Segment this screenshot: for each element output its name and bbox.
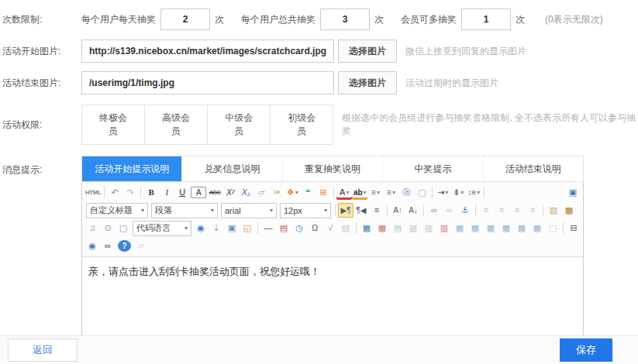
member-level-button-2[interactable]: 中级会员 [207, 105, 271, 145]
insert-date-icon[interactable]: ▤ [276, 221, 291, 235]
split-cols-icon[interactable]: ▦ [529, 221, 545, 235]
italic-icon[interactable]: I [159, 185, 174, 200]
bold-icon[interactable]: B [143, 185, 159, 200]
pagebreak-icon[interactable]: ⇣ [209, 221, 224, 235]
font-family-select[interactable]: arial▾ [221, 203, 277, 218]
choose-end-image-button[interactable]: 选择图片 [338, 71, 397, 94]
fullscreen-icon[interactable]: ▣ [565, 185, 581, 200]
attachment-icon[interactable]: ⊙ [100, 221, 116, 235]
insert-image-icon[interactable]: ▧ [546, 203, 561, 218]
permission-hint: 根据选中的会员组进行参与抽奖资格限制, 全不选表示所有人可以参与抽奖 [342, 112, 638, 138]
horizontal-rule-icon[interactable]: — [260, 221, 276, 235]
bordered-text-icon[interactable]: A [191, 187, 206, 198]
message-panel: 活动开始提示说明兑奖信息说明重复抽奖说明中奖提示活动结束说明 HTML↶↷BIU… [81, 156, 584, 350]
preview-icon[interactable]: ◉ [84, 239, 100, 253]
limit-field-unit: 次 [516, 13, 525, 26]
split-rows-icon[interactable]: ▦ [514, 221, 529, 235]
remove-format-icon[interactable]: ▱ [253, 185, 269, 200]
underline-icon[interactable]: U [174, 185, 190, 200]
total-draw-count-input[interactable] [320, 9, 370, 30]
back-button[interactable]: 返回 [8, 338, 78, 362]
toolbar-separator [104, 187, 105, 198]
end-image-hint: 活动过期时的显示图片 [405, 77, 498, 90]
split-cells-icon[interactable]: ▦ [498, 221, 514, 235]
font-color-icon[interactable]: A▾ [336, 185, 352, 200]
daily-draw-count-input[interactable] [160, 9, 210, 30]
print-icon[interactable]: ⊟ [566, 221, 581, 235]
image-manager-icon[interactable]: ▩ [561, 203, 577, 218]
message-tab-2[interactable]: 重复抽奖说明 [282, 156, 382, 181]
snapshot-icon[interactable]: ◱ [240, 221, 255, 235]
toolbar-separator [356, 222, 357, 234]
highlight-color-icon[interactable]: ab▾ [352, 185, 367, 200]
html-source-icon[interactable]: HTML [84, 185, 102, 200]
permission-row: 活动权限: 终极会员高级会员中级会员初级会员 根据选中的会员组进行参与抽奖资格限… [0, 105, 638, 145]
font-size-select[interactable]: 12px▾ [280, 203, 331, 218]
lowercase-icon[interactable]: A↓ [405, 203, 421, 218]
insert-code-icon[interactable]: ▢ [116, 221, 131, 235]
undo-icon[interactable]: ↶ [107, 185, 122, 200]
enter-break-icon[interactable]: ¶◀ [353, 203, 369, 218]
message-tab-3[interactable]: 中奖提示 [382, 156, 482, 181]
unlink-icon: ∞ [442, 203, 457, 218]
link-icon[interactable]: ∞ [426, 203, 442, 218]
limit-field-label: 每个用户总共抽奖 [241, 13, 316, 26]
delete-col-icon: ▥ [436, 221, 452, 235]
custom-title-select[interactable]: 自定义标题▾ [86, 203, 148, 218]
formula-icon[interactable]: √ [322, 221, 338, 235]
line-height-icon[interactable]: ↕≡▾ [466, 185, 481, 200]
emotion-icon[interactable]: ☺ [577, 203, 581, 218]
superscript-icon[interactable]: X² [222, 185, 238, 200]
unordered-list-icon[interactable]: ≡▾ [383, 185, 398, 200]
limits-label: 次数限制: [0, 13, 81, 26]
merge-right-icon[interactable]: ▦ [467, 221, 483, 235]
special-char-icon[interactable]: Ω [307, 221, 322, 235]
help-icon[interactable]: ? [118, 240, 131, 252]
toolbar-separator [484, 187, 485, 198]
insert-time-icon[interactable]: ◷ [291, 221, 307, 235]
end-image-row: 活动结束图片: 选择图片 活动过期时的显示图片 [0, 71, 638, 94]
paragraph-select[interactable]: 段落▾ [151, 203, 218, 218]
strikethrough-icon[interactable]: ABC [207, 185, 222, 200]
paste-table-icon[interactable]: ⊞ [316, 185, 331, 200]
toolbar-separator [257, 222, 258, 234]
member-level-button-1[interactable]: 高级会员 [144, 105, 208, 145]
word-wrap-icon[interactable]: ≡ [369, 203, 385, 218]
end-image-input[interactable] [81, 71, 334, 94]
merge-down-icon[interactable]: ▦ [483, 221, 498, 235]
toolbar-separator [333, 187, 334, 198]
code-language-select[interactable]: 代码语言▾ [133, 221, 191, 236]
message-tab-4[interactable]: 活动结束说明 [483, 156, 583, 181]
anchor-insert-icon[interactable]: ⚓ [457, 203, 473, 218]
message-tab-1[interactable]: 兑奖信息说明 [181, 156, 281, 181]
subscript-icon[interactable]: X₂ [238, 185, 253, 200]
template-icon: ▢ [545, 221, 560, 235]
choose-start-image-button[interactable]: 选择图片 [338, 39, 397, 63]
start-image-input[interactable] [81, 39, 334, 63]
search-replace-icon[interactable]: ∞ [100, 239, 116, 253]
insert-table-icon[interactable]: ▦ [359, 221, 374, 235]
limit-field-label: 会员可多抽奖 [401, 13, 457, 26]
indent-icon[interactable]: ⇥▾ [435, 185, 450, 200]
anchor-icon[interactable]: ⓐ [398, 185, 414, 200]
new-document-icon[interactable]: ▢ [414, 185, 429, 200]
permission-label: 活动权限: [0, 118, 81, 132]
enter-paragraph-icon[interactable]: ▶¶ [338, 203, 353, 218]
save-button[interactable]: 保存 [560, 338, 612, 362]
member-level-button-0[interactable]: 终极会员 [81, 105, 145, 145]
redo-icon[interactable]: ↷ [122, 185, 138, 200]
auto-typeset-icon[interactable]: ❖▾ [285, 185, 300, 200]
word-image-icon: ▧ [338, 221, 353, 235]
ordered-list-icon[interactable]: ≡▾ [367, 185, 383, 200]
background-icon[interactable]: ▣ [224, 221, 240, 235]
format-brush-icon[interactable]: ✑ [269, 185, 285, 200]
uppercase-icon[interactable]: A↑ [390, 203, 405, 218]
map-icon[interactable]: ◉ [193, 221, 209, 235]
music-icon[interactable]: ♫ [84, 221, 100, 235]
paragraph-spacing-icon[interactable]: ⇟▾ [450, 185, 466, 200]
member-level-button-3[interactable]: 初级会员 [270, 105, 333, 145]
merge-cells-icon[interactable]: ▦ [452, 221, 467, 235]
member-extra-draw-input[interactable] [461, 9, 511, 30]
message-tab-0[interactable]: 活动开始提示说明 [82, 156, 181, 181]
blockquote-icon[interactable]: ❝ [300, 185, 316, 200]
